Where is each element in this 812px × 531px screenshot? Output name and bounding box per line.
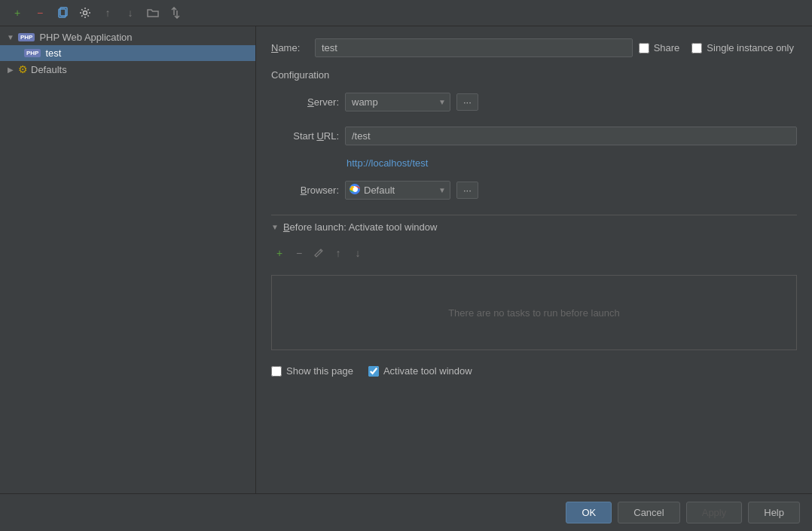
single-instance-label: Single instance only — [707, 42, 794, 53]
chevron-down-icon: ▼ — [6, 33, 15, 41]
no-tasks-message: There are no tasks to run before launch — [448, 307, 620, 319]
tree-test-item[interactable]: PHP test — [0, 45, 255, 61]
browser-select-wrapper: Default ▼ — [345, 181, 450, 200]
activate-tool-window-group[interactable]: Activate tool window — [368, 365, 472, 377]
sort-button[interactable] — [167, 5, 184, 21]
defaults-label: Defaults — [31, 64, 67, 75]
sidebar: ▼ PHP PHP Web Application PHP test ▶ ⚙ D… — [0, 26, 256, 493]
launch-remove-button[interactable]: − — [291, 245, 307, 261]
move-down-button[interactable]: ↓ — [122, 5, 139, 21]
main-area: ▼ PHP PHP Web Application PHP test ▶ ⚙ D… — [0, 26, 812, 493]
single-instance-group[interactable]: Single instance only — [691, 42, 794, 53]
share-checkbox[interactable] — [639, 43, 649, 53]
launch-down-button[interactable]: ↓ — [350, 245, 366, 261]
share-label: Share — [654, 42, 680, 53]
toolbar: + − ↑ ↓ — [0, 0, 812, 26]
php-icon: PHP — [18, 33, 35, 41]
config-panel: Name: Share Single instance only Configu… — [256, 26, 812, 493]
start-url-label: Start URL: — [271, 130, 339, 142]
single-instance-checkbox[interactable] — [691, 43, 702, 53]
ok-button[interactable]: OK — [566, 502, 612, 523]
copy-button[interactable] — [54, 5, 71, 21]
share-row: Share Single instance only — [639, 42, 797, 53]
launch-add-button[interactable]: + — [271, 245, 288, 261]
name-label: Name: — [271, 42, 309, 53]
cancel-button[interactable]: Cancel — [618, 502, 679, 523]
bottom-checks: Show this page Activate tool window — [271, 365, 797, 377]
activate-tool-window-label: Activate tool window — [383, 365, 472, 377]
show-page-group[interactable]: Show this page — [271, 365, 353, 377]
url-preview-link[interactable]: http://localhost/test — [346, 157, 428, 169]
php-web-app-label: PHP Web Application — [39, 32, 132, 43]
test-item-label: test — [45, 47, 61, 59]
browser-more-button[interactable]: ··· — [456, 182, 478, 199]
before-launch-header: ▼ Before launch: Activate tool window — [271, 215, 797, 233]
activate-tool-window-checkbox[interactable] — [368, 366, 379, 377]
launch-up-button[interactable]: ↑ — [330, 245, 346, 261]
tree-defaults[interactable]: ▶ ⚙ Defaults — [0, 61, 255, 78]
name-share-row: Name: Share Single instance only — [271, 38, 797, 57]
server-select-wrapper: wamp ▼ — [345, 93, 450, 111]
launch-toolbar: + − ↑ ↓ — [271, 242, 797, 264]
browser-select[interactable]: Default — [345, 181, 450, 200]
svg-point-2 — [84, 11, 87, 15]
add-button[interactable]: + — [9, 5, 26, 21]
settings-button[interactable] — [77, 5, 93, 21]
help-button[interactable]: Help — [748, 502, 800, 523]
show-page-label: Show this page — [286, 365, 353, 377]
collapse-arrow-icon[interactable]: ▼ — [271, 223, 279, 231]
configuration-label: Configuration — [271, 69, 797, 81]
start-url-input[interactable] — [345, 127, 797, 145]
url-preview-row: http://localhost/test — [271, 157, 797, 169]
browser-row: Browser: Default ▼ — [271, 178, 797, 203]
launch-edit-button[interactable] — [310, 245, 327, 261]
name-input[interactable] — [315, 38, 633, 57]
chevron-right-icon: ▶ — [6, 66, 15, 74]
server-select[interactable]: wamp — [345, 93, 450, 111]
server-more-button[interactable]: ··· — [456, 93, 478, 111]
show-page-checkbox[interactable] — [271, 366, 282, 377]
tree-php-web-app[interactable]: ▼ PHP PHP Web Application — [0, 29, 255, 45]
apply-button[interactable]: Apply — [686, 502, 743, 523]
footer: OK Cancel Apply Help — [0, 493, 812, 531]
share-checkbox-group[interactable]: Share — [639, 42, 680, 53]
remove-button[interactable]: − — [32, 5, 48, 21]
launch-content-area: There are no tasks to run before launch — [271, 275, 797, 350]
defaults-icon: ⚙ — [18, 63, 28, 75]
php-icon-test: PHP — [24, 49, 41, 57]
move-up-button[interactable]: ↑ — [99, 5, 116, 21]
browser-label: Browser: — [271, 185, 339, 196]
start-url-row: Start URL: — [271, 124, 797, 148]
server-label: Server: — [271, 96, 339, 108]
before-launch-label: Before launch: Activate tool window — [283, 221, 438, 233]
folder-button[interactable] — [145, 5, 161, 21]
server-row: Server: wamp ▼ ··· — [271, 90, 797, 114]
